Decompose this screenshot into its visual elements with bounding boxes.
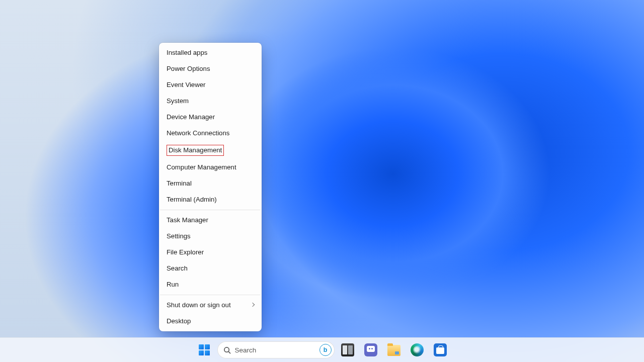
chat-icon [364, 343, 377, 356]
menu-terminal-admin-label: Terminal (Admin) [167, 195, 217, 204]
menu-separator [160, 210, 261, 210]
menu-settings-label: Settings [167, 232, 191, 241]
chevron-right-icon [250, 303, 255, 308]
menu-search-label: Search [167, 264, 188, 273]
menu-computer-management[interactable]: Computer Management [159, 159, 262, 175]
menu-disk-management-label: Disk Management [167, 145, 224, 156]
menu-task-manager-label: Task Manager [167, 216, 208, 225]
taskbar-chat[interactable] [361, 340, 381, 360]
file-explorer-icon [387, 345, 400, 356]
task-view-icon [341, 343, 354, 356]
menu-run[interactable]: Run [159, 277, 262, 293]
menu-desktop[interactable]: Desktop [159, 313, 262, 329]
menu-shutdown-signout[interactable]: Shut down or sign out [159, 297, 262, 313]
svg-line-1 [228, 351, 230, 353]
taskbar: Search b [0, 337, 644, 362]
menu-terminal-label: Terminal [167, 179, 192, 188]
start-button[interactable] [194, 340, 214, 360]
menu-event-viewer-label: Event Viewer [167, 80, 205, 89]
menu-shutdown-signout-label: Shut down or sign out [167, 301, 231, 310]
menu-device-manager-label: Device Manager [167, 113, 215, 122]
menu-device-manager[interactable]: Device Manager [159, 109, 262, 125]
menu-file-explorer[interactable]: File Explorer [159, 244, 262, 260]
taskbar-edge[interactable] [407, 340, 427, 360]
search-placeholder: Search [235, 346, 315, 354]
menu-network-connections-label: Network Connections [167, 129, 229, 138]
menu-installed-apps[interactable]: Installed apps [159, 45, 262, 61]
svg-point-0 [224, 347, 228, 351]
menu-terminal-admin[interactable]: Terminal (Admin) [159, 192, 262, 208]
menu-desktop-label: Desktop [167, 317, 191, 326]
menu-search[interactable]: Search [159, 260, 262, 277]
desktop-wallpaper [0, 0, 644, 362]
menu-separator [160, 295, 261, 295]
menu-power-options[interactable]: Power Options [159, 61, 262, 77]
edge-icon [411, 343, 424, 356]
menu-network-connections[interactable]: Network Connections [159, 125, 262, 141]
taskbar-store[interactable] [430, 340, 450, 360]
menu-disk-management[interactable]: Disk Management [159, 141, 262, 159]
menu-settings[interactable]: Settings [159, 228, 262, 244]
taskbar-task-view[interactable] [338, 340, 358, 360]
store-icon [434, 343, 447, 356]
bing-icon[interactable]: b [319, 344, 332, 356]
menu-event-viewer[interactable]: Event Viewer [159, 77, 262, 93]
taskbar-search[interactable]: Search b [217, 341, 335, 358]
menu-run-label: Run [167, 280, 179, 289]
winx-context-menu: Installed appsPower OptionsEvent ViewerS… [159, 43, 262, 331]
search-icon [223, 346, 231, 354]
menu-computer-management-label: Computer Management [167, 163, 236, 172]
menu-terminal[interactable]: Terminal [159, 175, 262, 192]
menu-file-explorer-label: File Explorer [167, 248, 204, 257]
windows-logo-icon [199, 344, 210, 355]
menu-power-options-label: Power Options [167, 64, 210, 73]
menu-system-label: System [167, 97, 189, 106]
taskbar-file-explorer[interactable] [384, 340, 404, 360]
menu-system[interactable]: System [159, 93, 262, 109]
menu-installed-apps-label: Installed apps [167, 48, 207, 57]
menu-task-manager[interactable]: Task Manager [159, 212, 262, 228]
